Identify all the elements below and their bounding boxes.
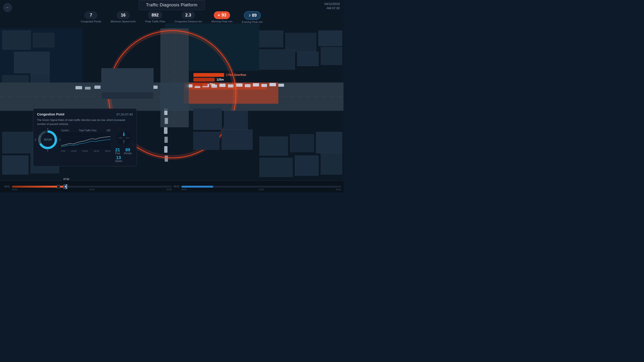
timeline-bar: 04/11 07:02 ▶ 06:00 12:00 18:00	[0, 181, 344, 192]
timeline-section-1[interactable]: 07:02 ▶ 06:00 12:00 18:00	[12, 182, 172, 191]
svg-rect-43	[164, 146, 168, 153]
svg-rect-40	[165, 118, 168, 124]
line-chart-area	[61, 133, 110, 149]
svg-rect-12	[297, 52, 318, 66]
queue-bar-78	[194, 82, 208, 86]
cycles-label: Cycle/s	[61, 129, 69, 132]
stat-badge-peak-flow: 892	[148, 11, 162, 19]
back-icon: ←	[6, 5, 10, 10]
svg-rect-61	[102, 92, 153, 99]
svg-rect-23	[321, 153, 342, 174]
svg-rect-9	[286, 33, 316, 52]
play-button[interactable]: ▶	[63, 184, 68, 189]
queue-labels: 178m Overflow 125m 78m	[194, 73, 246, 87]
evening-icon: ☽	[248, 14, 250, 17]
compass-chart	[115, 129, 133, 147]
svg-rect-69	[222, 130, 252, 150]
svg-rect-31	[85, 87, 90, 89]
congestion-panel: Congestion Point 07:20-07:40 The Green S…	[33, 108, 137, 166]
svg-rect-32	[94, 85, 100, 89]
stat-badge-congested-points: 7	[84, 11, 98, 19]
svg-rect-11	[260, 49, 295, 69]
queue-item-125: 125m	[194, 78, 246, 81]
svg-rect-41	[164, 127, 168, 134]
panel-time: 07:20-07:40	[116, 113, 133, 116]
tick-2: 12:00	[89, 188, 94, 191]
metric-density-value: 89	[126, 148, 130, 152]
stat-badge-congested-distance: 2.3	[182, 11, 195, 19]
speed-row: 13 Speed	[115, 156, 133, 162]
queue-bar-125	[194, 78, 215, 81]
panel-description: The Green Signal Ratio of main traffic d…	[37, 118, 133, 126]
metric-density: 89 Density	[124, 148, 132, 155]
svg-rect-22	[295, 156, 318, 176]
timeline-track-1[interactable]: ▶	[12, 186, 172, 188]
timeline-playhead-time: 07:02	[62, 178, 70, 181]
tick-1: 06:00	[12, 188, 18, 191]
svg-rect-13	[321, 47, 342, 65]
header-title: Traffic Diagnosis Platform	[146, 2, 198, 7]
queue-text-overflow: 178m Overflow	[226, 73, 246, 77]
timeline-playhead	[66, 184, 66, 189]
tick-5: 12:00	[258, 188, 264, 191]
svg-rect-53	[253, 83, 259, 86]
x-label-3: 06:00	[94, 150, 99, 152]
compass-svg	[115, 129, 133, 147]
stat-badge-evening-peak: ☽ 89	[244, 11, 261, 19]
morning-icon: ☀	[218, 14, 220, 17]
stat-label-congested-points: Congested Points	[81, 20, 101, 23]
donut-label-2: 2	[47, 149, 48, 152]
svg-rect-18	[260, 137, 288, 156]
queue-item-78: 78m	[194, 82, 246, 86]
donut-label-3: 3	[35, 139, 36, 141]
stat-label-morning-peak: Morning Peak min	[211, 20, 232, 23]
metric-speed-value: 13	[116, 156, 121, 160]
svg-rect-14	[2, 132, 33, 153]
svg-rect-10	[318, 31, 342, 46]
tick-3: 18:00	[166, 188, 172, 191]
queue-text-125: 125m	[216, 78, 224, 81]
line-chart-header: Cycle/s Total Traffic Flow 100	[61, 129, 110, 132]
metric-flow-value: 21	[115, 148, 120, 152]
metric-speed-label: Speed	[115, 160, 122, 162]
panel-title: Congestion Point	[37, 112, 64, 116]
metric-flow: 21 Flow	[115, 148, 120, 155]
timeline-track-2[interactable]	[182, 186, 341, 188]
donut-label-1: 1	[59, 139, 61, 141]
stat-label-min-speed: Minimum Speed km/h	[111, 20, 136, 23]
tick-4: 06:00	[182, 188, 187, 191]
metric-flow-label: Flow	[115, 152, 120, 155]
line-chart-container: Cycle/s Total Traffic Flow 100 0:00	[61, 129, 110, 152]
donut-value: 15/120	[44, 138, 52, 141]
back-button[interactable]: ←	[3, 3, 12, 12]
svg-rect-57	[160, 82, 189, 111]
timeline-date-mid: 04/12	[172, 185, 182, 188]
x-label-1: 02:00	[71, 150, 77, 152]
tick-6: 18:00	[336, 188, 341, 191]
metric-density-label: Density	[124, 152, 132, 155]
donut-chart: 15/120 4 1 2 3	[37, 129, 58, 150]
queue-bar-overflow	[194, 73, 224, 77]
metric-speed: 13 Speed	[115, 156, 122, 162]
donut-center: 15/120	[44, 138, 52, 141]
svg-rect-60	[102, 68, 153, 92]
stat-label-evening-peak: Evening Peak min	[242, 20, 263, 23]
stat-label-peak-flow: Peak Traffic Flow	[145, 20, 165, 23]
svg-rect-67	[224, 111, 248, 130]
svg-rect-30	[76, 86, 82, 89]
chart-svg	[61, 133, 110, 149]
svg-rect-20	[316, 132, 342, 153]
stat-congested-distance: 2.3 Congested Distance km	[174, 11, 202, 23]
svg-rect-16	[2, 156, 28, 174]
metrics-compass-group: 21 Flow 89 Density 13 Speed	[115, 129, 133, 162]
timeline-marker[interactable]	[57, 185, 60, 188]
queue-text-78: 78m	[210, 83, 215, 86]
queue-item-overflow: 178m Overflow	[194, 73, 246, 77]
svg-rect-19	[290, 134, 314, 152]
donut-label-4: 4	[47, 128, 48, 130]
svg-rect-8	[260, 31, 283, 47]
svg-rect-56	[278, 84, 284, 87]
svg-rect-68	[194, 132, 220, 150]
timeline-section-2[interactable]: 06:00 12:00 18:00	[182, 182, 341, 191]
svg-rect-66	[194, 108, 222, 130]
